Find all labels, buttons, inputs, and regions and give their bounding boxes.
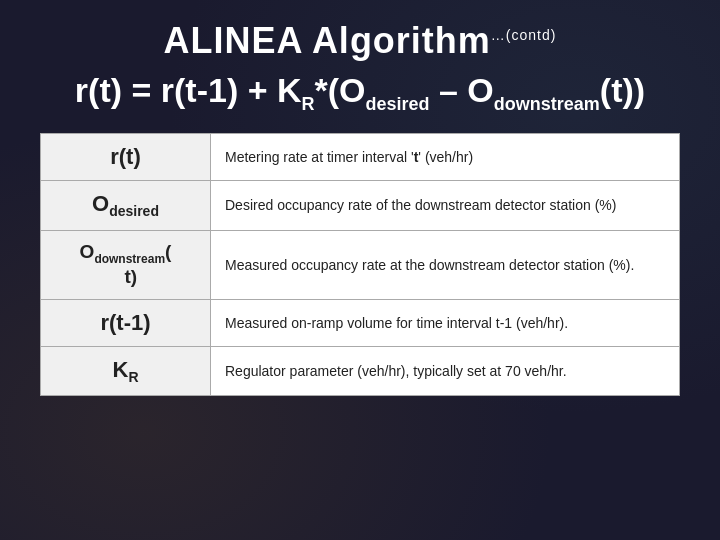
term-odownstream: Odownstream( t) — [41, 230, 211, 299]
desc-odesired: Desired occupancy rate of the downstream… — [211, 181, 680, 230]
table-row: r(t-1) Measured on-ramp volume for time … — [41, 299, 680, 346]
desc-rt1: Measured on-ramp volume for time interva… — [211, 299, 680, 346]
table-row: Odesired Desired occupancy rate of the d… — [41, 181, 680, 230]
formula: r(t) = r(t-1) + KR*(Odesired – Odownstre… — [75, 70, 645, 115]
table-row: r(t) Metering rate at timer interval 't'… — [41, 134, 680, 181]
table-row: Odownstream( t) Measured occupancy rate … — [41, 230, 680, 299]
term-kr: KR — [41, 346, 211, 395]
term-rt: r(t) — [41, 134, 211, 181]
desc-rt: Metering rate at timer interval 't' (veh… — [211, 134, 680, 181]
term-rt1: r(t-1) — [41, 299, 211, 346]
page-title: ALINEA Algorithm…(contd) — [164, 20, 557, 62]
title-main: ALINEA Algorithm — [164, 20, 491, 61]
term-odesired: Odesired — [41, 181, 211, 230]
desc-kr: Regulator parameter (veh/hr), typically … — [211, 346, 680, 395]
definition-table: r(t) Metering rate at timer interval 't'… — [40, 133, 680, 396]
desc-odownstream: Measured occupancy rate at the downstrea… — [211, 230, 680, 299]
table-row: KR Regulator parameter (veh/hr), typical… — [41, 346, 680, 395]
title-suffix: …(contd) — [491, 27, 557, 43]
